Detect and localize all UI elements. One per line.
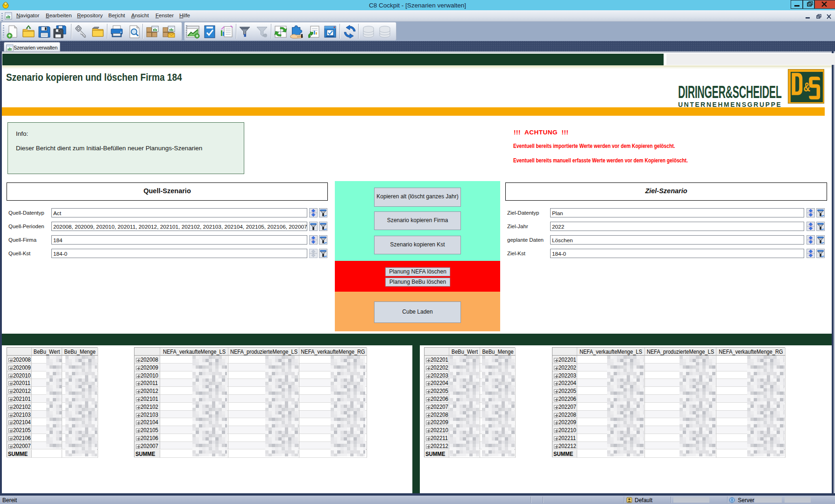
svg-text:&: &: [804, 80, 810, 94]
